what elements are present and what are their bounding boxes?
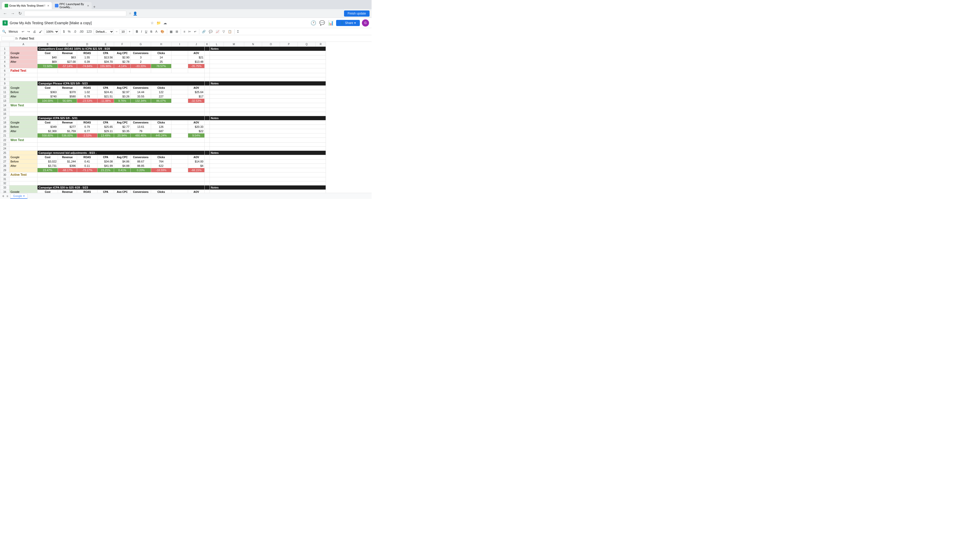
- print-button[interactable]: 🖨: [32, 29, 37, 34]
- cell-17L[interactable]: Notes: [210, 116, 326, 121]
- align-vert-button[interactable]: ⊨: [187, 29, 192, 34]
- cell-11H[interactable]: 122: [151, 90, 172, 94]
- cell-26D[interactable]: ROAS: [77, 155, 97, 159]
- font-family-select[interactable]: Default...: [94, 29, 114, 34]
- cell-12A[interactable]: After: [10, 94, 38, 99]
- cell-1L[interactable]: Notes: [210, 47, 326, 51]
- cell-19D[interactable]: 0.79: [77, 125, 97, 129]
- comment-btn[interactable]: 💬: [207, 29, 214, 34]
- cell-27B[interactable]: $3,022: [38, 159, 58, 164]
- cell-29G[interactable]: 0.20%: [130, 168, 151, 172]
- add-sheet-button[interactable]: +: [2, 194, 4, 198]
- cell-28F[interactable]: $4.88: [114, 164, 130, 168]
- cell-3D[interactable]: 1.55: [77, 56, 97, 60]
- cell-18H[interactable]: Clicks: [151, 121, 172, 125]
- cell-12G[interactable]: 33.55: [130, 94, 151, 99]
- cell-13C[interactable]: 56.68%: [58, 99, 77, 103]
- search-icon[interactable]: 🔍: [2, 30, 6, 33]
- cell-27A[interactable]: Before: [10, 159, 38, 164]
- cell-19E[interactable]: $25.65: [97, 125, 114, 129]
- paint-format-button[interactable]: 🖌: [38, 29, 43, 34]
- fill-color-button[interactable]: 🎨: [159, 29, 165, 34]
- cell-18J[interactable]: AOV: [188, 121, 205, 125]
- cell-34G[interactable]: Conversions: [130, 190, 151, 193]
- cell-21C[interactable]: 536.00%: [58, 133, 77, 138]
- cell-9L[interactable]: Notes: [210, 81, 326, 86]
- cell-10J[interactable]: AOV: [188, 86, 205, 90]
- cell-18A[interactable]: Google: [10, 121, 38, 125]
- cell-2E[interactable]: CPA: [97, 51, 114, 56]
- cell-19F[interactable]: $2.77: [114, 125, 130, 129]
- cell-33A[interactable]: [10, 186, 38, 190]
- tab-grow-my-ads[interactable]: Grow My Ads Testing Sheet ! ✕: [2, 2, 52, 9]
- cell-19B[interactable]: $349: [38, 125, 58, 129]
- cell-29F[interactable]: 0.41%: [114, 168, 130, 172]
- cell-18B[interactable]: Cost: [38, 121, 58, 125]
- cell-2J[interactable]: AOV: [188, 51, 205, 56]
- cell-4B[interactable]: $69: [38, 60, 58, 64]
- cell-29A[interactable]: [10, 168, 38, 172]
- cell-18C[interactable]: Revenue: [58, 121, 77, 125]
- cell-21F[interactable]: 20.94%: [114, 133, 130, 138]
- cell-5H[interactable]: 78.57%: [151, 64, 172, 68]
- redo-button[interactable]: ↪: [26, 29, 31, 34]
- cell-28J[interactable]: $4: [188, 164, 205, 168]
- cell-2H[interactable]: Clicks: [151, 51, 172, 56]
- filter-button[interactable]: ▽: [221, 29, 226, 34]
- cell-21G[interactable]: 480.46%: [130, 133, 151, 138]
- profile-icon[interactable]: 👤: [133, 11, 137, 16]
- italic-button[interactable]: I: [140, 29, 143, 34]
- cell-28A[interactable]: After: [10, 164, 38, 168]
- cell-2I[interactable]: [172, 51, 188, 56]
- cell-20G[interactable]: 79: [130, 129, 151, 133]
- cell-28H[interactable]: 622: [151, 164, 172, 168]
- back-button[interactable]: ←: [2, 11, 8, 16]
- cell-27D[interactable]: 0.41: [77, 159, 97, 164]
- cell-3F[interactable]: $2.90: [114, 56, 130, 60]
- cell-26B[interactable]: Cost: [38, 155, 58, 159]
- cell-13H[interactable]: 86.07%: [151, 99, 172, 103]
- cell-34E[interactable]: CPA: [97, 190, 114, 193]
- strikethrough-button[interactable]: S: [149, 29, 154, 34]
- cell-20D[interactable]: 0.77: [77, 129, 97, 133]
- cell-21A[interactable]: [10, 133, 38, 138]
- underline-button[interactable]: U: [144, 29, 148, 34]
- star-icon[interactable]: ☆: [150, 21, 154, 25]
- cell-29B[interactable]: 23.47%: [38, 168, 58, 172]
- cell-14A[interactable]: Won Test: [10, 103, 38, 108]
- cell-11J[interactable]: $25.64: [188, 90, 205, 94]
- cell-3J[interactable]: $21: [188, 56, 205, 60]
- cell-21B[interactable]: 558.80%: [38, 133, 58, 138]
- cell-2F[interactable]: Avg CPC: [114, 51, 130, 56]
- cell-13B[interactable]: 104.00%: [38, 99, 58, 103]
- forward-button[interactable]: →: [10, 11, 16, 16]
- reload-button[interactable]: ↻: [18, 11, 23, 16]
- percent-button[interactable]: %: [67, 29, 72, 34]
- cell-28D[interactable]: 0.11: [77, 164, 97, 168]
- font-inc-button[interactable]: +: [127, 29, 132, 34]
- cell-27C[interactable]: $1,244: [58, 159, 77, 164]
- cell-5D[interactable]: -74.84%: [77, 64, 97, 68]
- cell-10G[interactable]: Conversions: [130, 86, 151, 90]
- text-color-button[interactable]: A: [154, 29, 159, 34]
- cell-20F[interactable]: $3.35: [114, 129, 130, 133]
- finish-update-button[interactable]: Finish update: [344, 11, 369, 17]
- cell-11C[interactable]: $370: [58, 90, 77, 94]
- present-icon[interactable]: 📊: [328, 20, 334, 26]
- cell-21J[interactable]: 9.54%: [188, 133, 205, 138]
- cell-20H[interactable]: 687: [151, 129, 172, 133]
- cell-12H[interactable]: 227: [151, 94, 172, 99]
- cell-22A[interactable]: Won Test: [10, 138, 38, 143]
- cell-27F[interactable]: $4.86: [114, 159, 130, 164]
- cell-28G[interactable]: 88.85: [130, 164, 151, 168]
- cell-10E[interactable]: CPA: [97, 86, 114, 90]
- cell-12D[interactable]: 0.78: [77, 94, 97, 99]
- cell-12B[interactable]: $740: [38, 94, 58, 99]
- cell-18F[interactable]: Avg CPC: [114, 121, 130, 125]
- format-123-button[interactable]: 123: [85, 29, 93, 34]
- cell-11E[interactable]: $24.41: [97, 90, 114, 94]
- cell-18G[interactable]: Conversions: [130, 121, 151, 125]
- currency-button[interactable]: $: [62, 29, 66, 34]
- cell-4F[interactable]: $2.78: [114, 60, 130, 64]
- cell-4H[interactable]: 25: [151, 60, 172, 64]
